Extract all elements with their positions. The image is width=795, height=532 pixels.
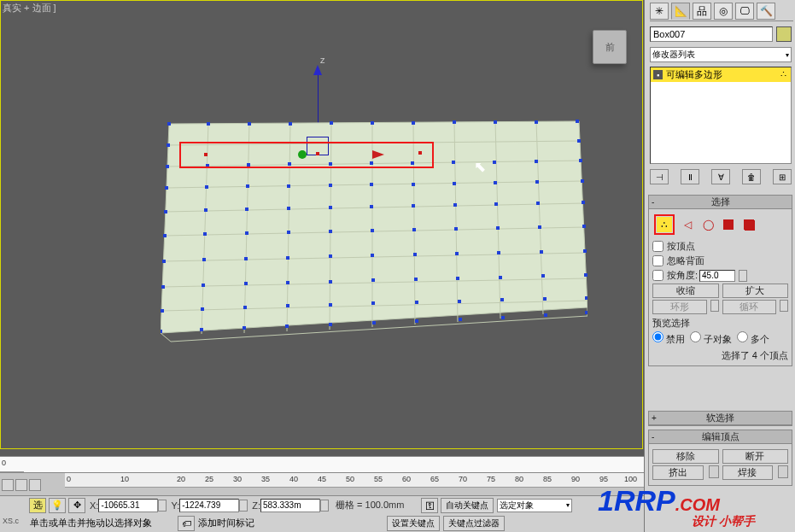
selected-vertex[interactable] xyxy=(204,153,208,156)
preview-multi-radio[interactable]: 多个 xyxy=(737,331,769,346)
timeline[interactable]: 0 10 20 25 30 35 40 45 50 55 60 65 70 75… xyxy=(0,472,644,495)
z-input[interactable] xyxy=(260,499,320,512)
hint-text: 单击或单击并拖动以选择对象 xyxy=(30,517,152,529)
preview-off-radio[interactable]: 禁用 xyxy=(652,331,685,346)
ignore-back-checkbox[interactable]: 忽略背面 xyxy=(652,254,788,267)
border-subobj-button[interactable]: ◯ xyxy=(700,217,716,232)
svg-rect-109 xyxy=(543,297,547,301)
timeline-btn[interactable] xyxy=(29,479,41,491)
svg-rect-95 xyxy=(414,278,418,281)
pin-stack-button[interactable]: ⊣ xyxy=(650,169,669,184)
modify-tab-icon[interactable]: 📐 xyxy=(671,3,690,20)
by-angle-checkbox[interactable]: 按角度: xyxy=(652,269,788,282)
rollout-header[interactable]: - 编辑顶点 xyxy=(649,430,792,444)
selected-vertex[interactable] xyxy=(418,151,422,155)
svg-rect-121 xyxy=(585,311,587,314)
svg-rect-66 xyxy=(582,201,585,204)
remove-mod-button[interactable]: 🗑 xyxy=(742,169,761,184)
create-tab-icon[interactable]: ✳ xyxy=(650,3,669,20)
weld-settings-button[interactable] xyxy=(778,465,788,478)
svg-rect-62 xyxy=(412,204,415,208)
rollout-header[interactable]: - 选择 xyxy=(649,196,792,209)
element-subobj-button[interactable] xyxy=(741,217,757,232)
shrink-button[interactable]: 收缩 xyxy=(652,284,719,298)
svg-rect-108 xyxy=(500,298,504,301)
tick-label: 50 xyxy=(346,475,354,483)
modifier-stack[interactable]: ▪ 可编辑多边形 ∴ xyxy=(650,67,792,164)
extrude-button[interactable]: 挤出 xyxy=(652,465,704,480)
motion-tab-icon[interactable]: ◎ xyxy=(714,3,733,20)
expand-icon[interactable]: + xyxy=(652,413,657,423)
z-spinner[interactable] xyxy=(320,500,329,512)
time-ruler[interactable]: 0 10 20 25 30 35 40 45 50 55 60 65 70 75… xyxy=(65,473,644,488)
loop-spinner[interactable] xyxy=(780,300,788,312)
hierarchy-tab-icon[interactable]: 品 xyxy=(693,3,711,20)
loop-button[interactable]: 循环 xyxy=(722,300,777,314)
modifier-list-dropdown[interactable]: 修改器列表 xyxy=(650,47,792,62)
time-tag-button[interactable]: 🏷 xyxy=(178,516,195,531)
viewport[interactable]: 真实 + 边面 ] 前 z xyxy=(0,0,644,495)
x-spinner[interactable] xyxy=(158,500,167,512)
preview-subobj-radio[interactable]: 子对象 xyxy=(690,331,732,346)
y-input[interactable] xyxy=(179,499,239,512)
weld-button[interactable]: 焊接 xyxy=(722,465,774,480)
x-input[interactable] xyxy=(98,499,158,512)
configure-button[interactable]: ⊞ xyxy=(773,169,792,184)
x-label: X: xyxy=(90,500,98,511)
auto-key-button[interactable]: 自动关键点 xyxy=(441,498,494,513)
collapse-icon[interactable]: - xyxy=(652,197,654,207)
key-filter-button[interactable]: 关键点过滤器 xyxy=(443,516,505,531)
svg-rect-106 xyxy=(415,301,418,304)
watermark-sub: 设计 小帮手 xyxy=(692,514,755,529)
extrude-settings-button[interactable] xyxy=(709,465,719,478)
polygon-subobj-button[interactable] xyxy=(721,217,736,232)
unique-button[interactable]: ∀ xyxy=(711,169,730,184)
grid-label: 栅格 = 100.0mm xyxy=(336,499,404,512)
expand-icon[interactable]: ▪ xyxy=(653,70,663,79)
angle-spinner[interactable] xyxy=(739,270,747,282)
svg-rect-93 xyxy=(329,280,332,284)
timeline-btn[interactable] xyxy=(15,479,27,491)
display-tab-icon[interactable]: 🖵 xyxy=(735,3,754,20)
by-vertex-checkbox[interactable]: 按顶点 xyxy=(652,240,788,253)
coord-mode-button[interactable]: ✥ xyxy=(68,498,85,513)
set-key-button[interactable]: 设置关键点 xyxy=(387,516,440,531)
remove-button[interactable]: 移除 xyxy=(652,449,719,464)
key-icon[interactable]: ⚿ xyxy=(421,498,438,513)
rollout-title: 软选择 xyxy=(706,412,734,424)
selection-rollout: - 选择 ∴ ◁ ◯ 按顶点 忽略背面 按角度: xyxy=(648,195,792,366)
edge-subobj-button[interactable]: ◁ xyxy=(680,217,695,232)
modifier-item[interactable]: ▪ 可编辑多边形 ∴ xyxy=(651,67,791,82)
ring-spinner[interactable] xyxy=(710,300,719,312)
angle-input[interactable] xyxy=(699,270,735,282)
y-label: Y: xyxy=(171,500,179,511)
selected-vertex[interactable] xyxy=(316,152,319,155)
rollout-header[interactable]: + 软选择 xyxy=(649,412,792,425)
viewcube[interactable]: 前 xyxy=(593,30,627,64)
panel-tabs: ✳ 📐 品 ◎ 🖵 🔨 xyxy=(650,3,793,21)
selected-obj-dropdown[interactable]: 选定对象 xyxy=(497,499,572,512)
show-end-button[interactable]: Ⅱ xyxy=(681,169,699,184)
time-tag-label: 添加时间标记 xyxy=(198,517,254,529)
collapse-icon[interactable]: - xyxy=(652,432,654,441)
timeline-btn[interactable] xyxy=(2,479,14,491)
ring-button[interactable]: 环形 xyxy=(652,300,707,314)
svg-rect-89 xyxy=(161,285,165,289)
svg-rect-42 xyxy=(493,161,496,164)
object-name-input[interactable] xyxy=(650,26,773,42)
svg-rect-118 xyxy=(459,318,462,321)
sel-lock-button[interactable]: 💡 xyxy=(49,498,66,513)
svg-rect-23 xyxy=(248,122,251,126)
tick-label: 10 xyxy=(120,475,129,483)
object-color-swatch[interactable] xyxy=(776,26,792,42)
break-button[interactable]: 断开 xyxy=(722,449,789,464)
sel-mode-button[interactable]: 选 xyxy=(29,498,46,513)
y-spinner[interactable] xyxy=(239,500,248,512)
soft-selection-rollout: + 软选择 xyxy=(648,411,792,426)
svg-rect-31 xyxy=(576,120,579,123)
grow-button[interactable]: 扩大 xyxy=(722,284,789,298)
utilities-tab-icon[interactable]: 🔨 xyxy=(757,3,775,20)
vertex-subobj-button[interactable]: ∴ xyxy=(657,217,672,232)
svg-rect-51 xyxy=(412,183,415,186)
time-scrubber[interactable]: 0 xyxy=(0,456,644,472)
